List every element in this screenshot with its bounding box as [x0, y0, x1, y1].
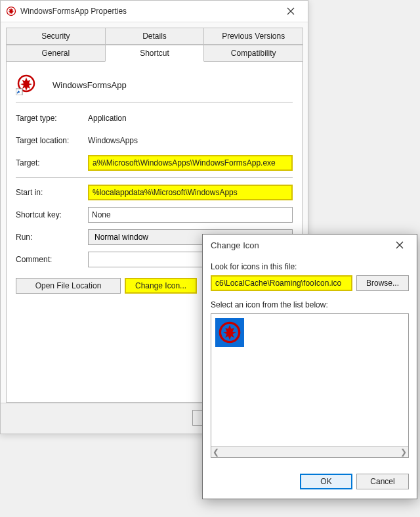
target-label: Target: [16, 158, 88, 168]
start-in-input[interactable] [88, 185, 293, 200]
scroll-right-icon[interactable]: ❯ [400, 447, 407, 457]
icon-file-input[interactable] [211, 275, 352, 291]
target-input[interactable] [88, 155, 293, 171]
look-for-icons-label: Look for icons in this file: [211, 262, 409, 271]
change-icon-titlebar[interactable]: Change Icon [203, 235, 417, 256]
tab-row-1: Security Details Previous Versions [6, 28, 303, 45]
change-icon-dialog: Change Icon Look for icons in this file:… [202, 234, 417, 499]
properties-title: WindowsFormsApp Properties [20, 7, 276, 16]
close-button[interactable] [276, 1, 305, 21]
app-name: WindowsFormsApp [52, 80, 127, 90]
tab-shortcut[interactable]: Shortcut [105, 45, 205, 62]
open-file-location-button[interactable]: Open File Location [16, 278, 121, 294]
close-icon [287, 7, 295, 15]
change-icon-cancel-button[interactable]: Cancel [356, 474, 409, 489]
icon-list[interactable]: ❮ ❯ [211, 313, 409, 458]
app-icon [6, 6, 16, 16]
browse-button[interactable]: Browse... [356, 275, 409, 291]
target-location-value: WindowsApps [88, 136, 293, 145]
start-in-label: Start in: [16, 188, 88, 197]
shortcut-key-label: Shortcut key: [16, 210, 88, 219]
change-icon-dialog-buttons: OK Cancel [203, 464, 417, 499]
shortcut-big-icon [16, 74, 37, 95]
select-icon-label: Select an icon from the list below: [211, 300, 409, 309]
change-icon-button[interactable]: Change Icon... [125, 278, 197, 294]
target-type-label: Target type: [16, 114, 88, 123]
tab-compatibility[interactable]: Compatibility [203, 45, 303, 62]
tab-general[interactable]: General [6, 45, 106, 62]
target-location-label: Target location: [16, 136, 88, 145]
scroll-left-icon[interactable]: ❮ [213, 447, 219, 457]
tab-row-2: General Shortcut Compatibility [6, 45, 303, 62]
shortcut-header: WindowsFormsApp [16, 70, 293, 102]
tab-security[interactable]: Security [6, 28, 106, 45]
change-icon-close-button[interactable] [385, 235, 414, 255]
tab-previous-versions[interactable]: Previous Versions [203, 28, 303, 45]
divider [16, 177, 293, 178]
tab-details[interactable]: Details [105, 28, 205, 45]
shortcut-key-input[interactable] [88, 207, 293, 223]
maple-leaf-icon [218, 321, 242, 344]
icon-list-item[interactable] [215, 318, 244, 347]
change-icon-body: Look for icons in this file: Browse... S… [203, 256, 417, 464]
change-icon-title: Change Icon [208, 240, 385, 250]
properties-titlebar[interactable]: WindowsFormsApp Properties [1, 1, 308, 22]
icon-list-scrollbar[interactable]: ❮ ❯ [211, 446, 408, 457]
close-icon [396, 241, 404, 249]
target-type-value: Application [88, 114, 293, 123]
run-label: Run: [16, 233, 88, 242]
comment-label: Comment: [16, 255, 88, 264]
change-icon-ok-button[interactable]: OK [300, 474, 352, 489]
